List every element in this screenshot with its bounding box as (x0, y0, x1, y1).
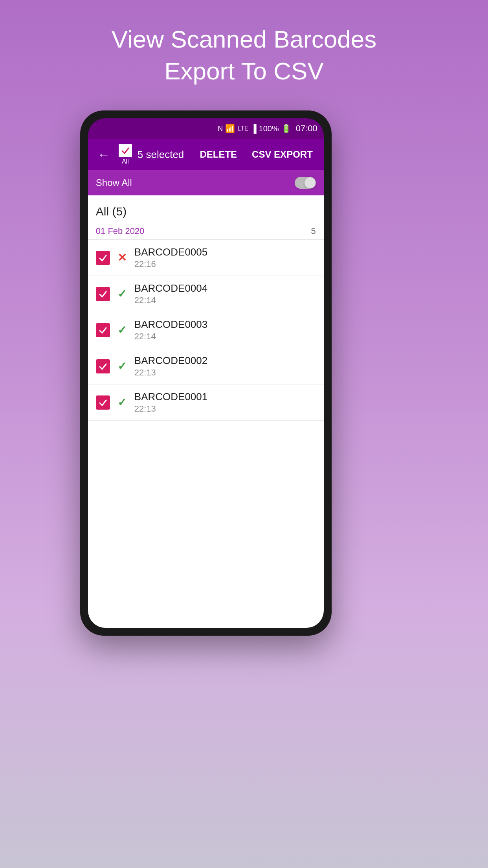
barcode-time: 22:16 (134, 259, 316, 269)
invalid-icon: ✕ (116, 251, 128, 264)
page-title: View Scanned Barcodes Export To CSV (80, 24, 408, 87)
table-row[interactable]: ✕BARCODE000522:16 (88, 240, 324, 276)
page-background: View Scanned Barcodes Export To CSV N 📶 … (80, 0, 408, 636)
all-label: All (122, 158, 129, 165)
show-all-bar: Show All (88, 170, 324, 195)
valid-icon: ✓ (116, 287, 128, 300)
delete-button[interactable]: DELETE (195, 146, 242, 163)
signal-icon: ▐ (251, 124, 256, 133)
select-all-button[interactable]: All (119, 144, 132, 165)
battery-icon: 🔋 (281, 124, 291, 133)
barcode-time: 22:14 (134, 295, 316, 305)
table-row[interactable]: ✓BARCODE000322:14 (88, 312, 324, 348)
date-row: 01 Feb 2020 5 (88, 223, 324, 240)
row-checkbox[interactable] (96, 287, 110, 301)
select-all-checkbox (119, 144, 132, 157)
lte-icon: LTE (237, 125, 248, 132)
barcode-name: BARCODE0005 (134, 246, 316, 258)
valid-icon: ✓ (116, 360, 128, 373)
csv-export-button[interactable]: CSV EXPORT (247, 146, 317, 163)
show-all-toggle[interactable] (295, 177, 316, 189)
row-checkbox[interactable] (96, 323, 110, 337)
barcode-info: BARCODE000522:16 (134, 246, 316, 269)
barcode-time: 22:13 (134, 404, 316, 414)
valid-icon: ✓ (116, 324, 128, 337)
barcode-name: BARCODE0002 (134, 355, 316, 367)
toolbar: ← All 5 selected DELETE CSV EXPORT (88, 139, 324, 170)
selected-count-label: 5 selected (138, 149, 190, 161)
barcode-name: BARCODE0003 (134, 318, 316, 331)
barcode-list: ✕BARCODE000522:16✓BARCODE000422:14✓BARCO… (88, 240, 324, 421)
barcode-info: BARCODE000322:14 (134, 318, 316, 342)
toggle-knob (305, 177, 316, 188)
status-bar: N 📶 LTE ▐ 100% 🔋 07:00 (88, 118, 324, 139)
barcode-info: BARCODE000222:13 (134, 355, 316, 378)
show-all-label: Show All (96, 177, 295, 188)
table-row[interactable]: ✓BARCODE000222:13 (88, 348, 324, 384)
barcode-time: 22:13 (134, 368, 316, 378)
section-header: All (5) (88, 195, 324, 223)
phone-wrapper: N 📶 LTE ▐ 100% 🔋 07:00 ← (80, 110, 332, 636)
table-row[interactable]: ✓BARCODE000122:13 (88, 384, 324, 421)
wifi-icon: 📶 (225, 124, 235, 133)
row-checkbox[interactable] (96, 251, 110, 265)
date-count: 5 (311, 226, 316, 236)
table-row[interactable]: ✓BARCODE000422:14 (88, 276, 324, 312)
barcode-info: BARCODE000422:14 (134, 282, 316, 305)
valid-icon: ✓ (116, 396, 128, 409)
status-icons: N 📶 LTE ▐ 100% 🔋 07:00 (218, 123, 317, 134)
status-time: 07:00 (296, 123, 317, 134)
nfc-icon: N (218, 125, 223, 133)
row-checkbox[interactable] (96, 359, 110, 373)
content-area: All (5) 01 Feb 2020 5 ✕BARCODE000522:16✓… (88, 195, 324, 628)
row-checkbox[interactable] (96, 395, 110, 410)
phone-inner: N 📶 LTE ▐ 100% 🔋 07:00 ← (88, 118, 324, 628)
barcode-name: BARCODE0004 (134, 282, 316, 294)
barcode-time: 22:14 (134, 331, 316, 342)
date-label: 01 Feb 2020 (96, 226, 311, 236)
back-button[interactable]: ← (94, 144, 113, 165)
barcode-info: BARCODE000122:13 (134, 391, 316, 414)
barcode-name: BARCODE0001 (134, 391, 316, 403)
battery-percentage: 100% (259, 124, 279, 133)
